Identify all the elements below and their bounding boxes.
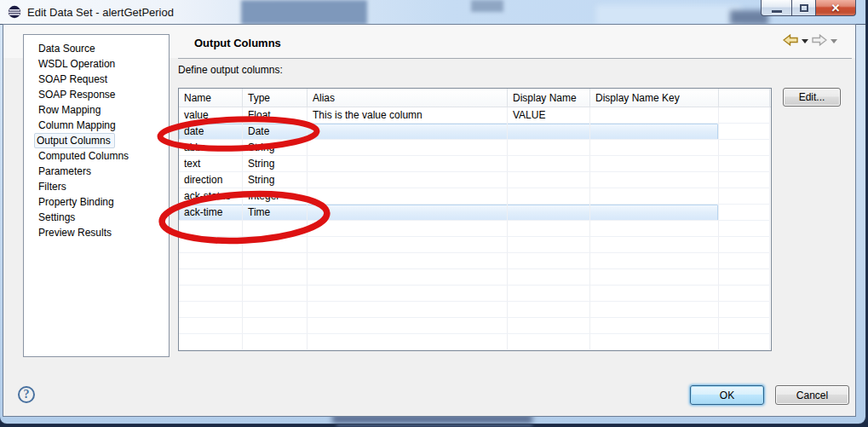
table-cell[interactable]: [590, 107, 719, 124]
table-row-empty[interactable]: [179, 302, 771, 318]
title-bar[interactable]: Edit Data Set - alertGetPeriod ✕: [0, 0, 865, 25]
table-cell[interactable]: [179, 334, 243, 350]
table-cell[interactable]: [590, 205, 719, 221]
table-row-empty[interactable]: [179, 253, 771, 269]
ok-button[interactable]: OK: [690, 385, 764, 405]
sidebar-item-output-columns[interactable]: Output Columns: [24, 133, 169, 148]
table-cell[interactable]: [719, 124, 770, 140]
table-cell[interactable]: [590, 156, 719, 172]
table-cell[interactable]: [308, 124, 508, 140]
table-cell[interactable]: Date: [243, 124, 308, 140]
table-row-ack-time[interactable]: ack-timeTime: [179, 205, 771, 221]
sidebar-item-parameters[interactable]: Parameters: [24, 164, 169, 179]
sidebar-item-filters[interactable]: Filters: [24, 179, 169, 194]
table-cell[interactable]: [719, 205, 770, 221]
back-arrow-icon[interactable]: [783, 34, 798, 46]
table-cell[interactable]: [179, 221, 243, 237]
table-cell[interactable]: date: [179, 124, 243, 140]
sidebar-item-preview-results[interactable]: Preview Results: [24, 225, 169, 240]
help-icon[interactable]: ?: [18, 386, 35, 403]
table-cell[interactable]: [508, 318, 590, 334]
table-row-text[interactable]: textString: [179, 156, 771, 172]
table-cell[interactable]: [179, 269, 243, 286]
table-cell[interactable]: [243, 237, 308, 253]
table-cell[interactable]: [508, 286, 590, 302]
table-cell[interactable]: [719, 253, 770, 269]
sidebar-item-property-binding[interactable]: Property Binding: [24, 194, 169, 210]
table-cell[interactable]: [508, 237, 590, 253]
minimize-button[interactable]: [761, 0, 792, 16]
table-cell[interactable]: value: [179, 107, 243, 124]
table-cell[interactable]: [590, 286, 719, 302]
column-header-blank[interactable]: [719, 89, 770, 107]
table-cell[interactable]: VALUE: [508, 107, 590, 124]
maximize-button[interactable]: [792, 0, 815, 16]
table-cell[interactable]: [719, 188, 770, 205]
table-cell[interactable]: [590, 269, 719, 286]
table-cell[interactable]: [243, 286, 308, 302]
table-cell[interactable]: [719, 286, 770, 302]
column-header-alias[interactable]: Alias: [308, 89, 508, 107]
table-cell[interactable]: [243, 302, 308, 318]
table-cell[interactable]: [508, 188, 590, 205]
table-row-empty[interactable]: [179, 334, 771, 350]
table-cell[interactable]: [308, 140, 508, 156]
table-cell[interactable]: String: [243, 172, 308, 188]
table-cell[interactable]: Integer: [243, 188, 308, 205]
table-cell[interactable]: [179, 253, 243, 269]
table-cell[interactable]: [508, 205, 590, 221]
sidebar-item-data-source[interactable]: Data Source: [24, 41, 169, 56]
table-cell[interactable]: [308, 302, 508, 318]
table-cell[interactable]: [590, 140, 719, 156]
table-cell[interactable]: abbr: [179, 140, 243, 156]
table-cell[interactable]: [590, 221, 719, 237]
column-header-display-name-key[interactable]: Display Name Key: [590, 89, 719, 107]
table-cell[interactable]: [719, 156, 770, 172]
table-cell[interactable]: [243, 269, 308, 286]
table-cell[interactable]: [590, 334, 719, 350]
table-cell[interactable]: ack-status: [179, 188, 243, 205]
table-cell[interactable]: ack-time: [179, 205, 243, 221]
sidebar-item-soap-response[interactable]: SOAP Response: [24, 87, 169, 102]
forward-history-dropdown-icon[interactable]: [831, 39, 837, 43]
sidebar-item-wsdl-operation[interactable]: WSDL Operation: [24, 56, 169, 72]
table-cell[interactable]: [590, 318, 719, 334]
table-cell[interactable]: [719, 318, 770, 334]
table-cell[interactable]: [508, 221, 590, 237]
table-cell[interactable]: [243, 334, 308, 350]
table-cell[interactable]: [590, 124, 719, 140]
table-cell[interactable]: [308, 286, 508, 302]
table-cell[interactable]: [308, 172, 508, 188]
forward-arrow-icon[interactable]: [812, 34, 827, 46]
table-row-empty[interactable]: [179, 286, 771, 302]
sidebar-item-computed-columns[interactable]: Computed Columns: [24, 148, 169, 164]
table-cell[interactable]: [308, 188, 508, 205]
table-cell[interactable]: [508, 253, 590, 269]
table-row-date[interactable]: dateDate: [179, 124, 771, 140]
table-cell[interactable]: [308, 318, 508, 334]
output-columns-table[interactable]: NameTypeAliasDisplay NameDisplay Name Ke…: [178, 88, 772, 351]
table-row-ack-status[interactable]: ack-statusInteger: [179, 188, 771, 205]
sidebar-item-soap-request[interactable]: SOAP Request: [24, 72, 169, 87]
table-cell[interactable]: [590, 237, 719, 253]
sidebar-item-settings[interactable]: Settings: [24, 210, 169, 225]
table-cell[interactable]: [590, 253, 719, 269]
table-cell[interactable]: [719, 334, 770, 350]
table-cell[interactable]: [719, 140, 770, 156]
table-cell[interactable]: [308, 221, 508, 237]
table-cell[interactable]: This is the value column: [308, 107, 508, 124]
table-cell[interactable]: [308, 156, 508, 172]
table-cell[interactable]: [308, 269, 508, 286]
table-row-empty[interactable]: [179, 221, 771, 237]
sidebar-item-column-mapping[interactable]: Column Mapping: [24, 118, 169, 133]
table-cell[interactable]: [590, 302, 719, 318]
back-history-dropdown-icon[interactable]: [802, 39, 808, 43]
table-cell[interactable]: [308, 237, 508, 253]
table-row-empty[interactable]: [179, 237, 771, 253]
table-cell[interactable]: [308, 253, 508, 269]
sidebar-item-row-mapping[interactable]: Row Mapping: [24, 102, 169, 118]
table-cell[interactable]: [590, 188, 719, 205]
table-cell[interactable]: [508, 302, 590, 318]
table-cell[interactable]: [719, 172, 770, 188]
table-cell[interactable]: [719, 269, 770, 286]
